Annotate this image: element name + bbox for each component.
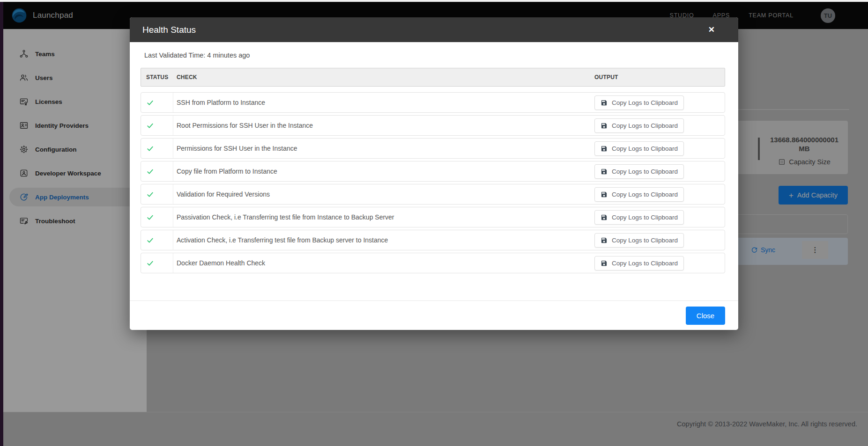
close-icon[interactable]: ✕ — [708, 26, 715, 34]
column-header-output: OUTPUT — [594, 74, 725, 80]
table-header: STATUS CHECK OUTPUT — [141, 68, 725, 87]
check-name: Docker Daemon Health Check — [173, 259, 594, 267]
check-pass-icon — [146, 190, 154, 198]
modal-footer: Close — [130, 300, 738, 330]
health-check-row: Validation for Required Versions Copy Lo… — [141, 184, 725, 205]
column-header-check: CHECK — [173, 74, 594, 80]
health-check-row: Docker Daemon Health Check Copy Logs to … — [141, 253, 725, 273]
check-pass-icon — [146, 145, 154, 153]
modal-body: Last Validated Time: 4 minutes ago STATU… — [130, 42, 738, 300]
health-check-row: Copy file from Platform to Instance Copy… — [141, 161, 725, 182]
save-icon — [601, 260, 608, 267]
check-name: Validation for Required Versions — [173, 190, 594, 198]
output-cell: Copy Logs to Clipboard — [594, 187, 725, 202]
screen: Launchpad STUDIO APPS TEAM PORTAL TU Tea… — [0, 0, 868, 446]
check-name: Permissions for SSH User in the Instance — [173, 145, 594, 152]
output-cell: Copy Logs to Clipboard — [594, 210, 725, 225]
check-pass-icon — [146, 213, 154, 221]
check-name: Passivation Check, i.e Transferring test… — [173, 213, 594, 221]
save-icon — [601, 145, 608, 152]
output-cell: Copy Logs to Clipboard — [594, 95, 725, 110]
output-cell: Copy Logs to Clipboard — [594, 164, 725, 179]
status-cell — [141, 230, 173, 250]
status-cell — [141, 253, 173, 273]
left-edge-strip — [0, 2, 3, 446]
status-cell — [141, 116, 173, 135]
copy-logs-button[interactable]: Copy Logs to Clipboard — [594, 210, 684, 225]
health-check-rows: SSH from Platform to Instance Copy Logs … — [141, 92, 725, 273]
output-cell: Copy Logs to Clipboard — [594, 141, 725, 156]
copy-logs-button[interactable]: Copy Logs to Clipboard — [594, 118, 684, 133]
check-pass-icon — [146, 168, 154, 175]
save-icon — [601, 99, 608, 106]
check-name: Root Permissions for SSH User in the Ins… — [173, 122, 594, 129]
health-check-row: SSH from Platform to Instance Copy Logs … — [141, 92, 725, 113]
save-icon — [601, 214, 608, 221]
copy-logs-button[interactable]: Copy Logs to Clipboard — [594, 141, 684, 156]
health-check-row: Root Permissions for SSH User in the Ins… — [141, 115, 725, 136]
copy-logs-button[interactable]: Copy Logs to Clipboard — [594, 256, 684, 271]
output-cell: Copy Logs to Clipboard — [594, 118, 725, 133]
close-button[interactable]: Close — [686, 307, 725, 325]
save-icon — [601, 237, 608, 244]
top-edge-strip — [0, 0, 868, 2]
output-cell: Copy Logs to Clipboard — [594, 233, 725, 248]
modal-header: Health Status ✕ — [130, 17, 738, 42]
health-check-row: Passivation Check, i.e Transferring test… — [141, 207, 725, 227]
health-check-row: Activation Check, i.e Transferring test … — [141, 230, 725, 250]
copy-logs-button[interactable]: Copy Logs to Clipboard — [594, 95, 684, 110]
column-header-status: STATUS — [141, 74, 173, 80]
check-pass-icon — [146, 99, 154, 107]
check-name: Activation Check, i.e Transferring test … — [173, 236, 594, 244]
save-icon — [601, 122, 608, 129]
output-cell: Copy Logs to Clipboard — [594, 256, 725, 271]
check-pass-icon — [146, 259, 154, 267]
copy-logs-button[interactable]: Copy Logs to Clipboard — [594, 233, 684, 248]
check-pass-icon — [146, 122, 154, 130]
copy-logs-button[interactable]: Copy Logs to Clipboard — [594, 164, 684, 179]
check-pass-icon — [146, 236, 154, 244]
status-cell — [141, 161, 173, 181]
save-icon — [601, 191, 608, 198]
last-validated-text: Last Validated Time: 4 minutes ago — [144, 51, 725, 59]
save-icon — [601, 168, 608, 175]
modal-title: Health Status — [142, 25, 196, 35]
status-cell — [141, 184, 173, 204]
health-check-row: Permissions for SSH User in the Instance… — [141, 138, 725, 159]
health-status-modal: Health Status ✕ Last Validated Time: 4 m… — [130, 17, 738, 330]
copy-logs-button[interactable]: Copy Logs to Clipboard — [594, 187, 684, 202]
status-cell — [141, 139, 173, 158]
status-cell — [141, 207, 173, 227]
check-name: SSH from Platform to Instance — [173, 99, 594, 106]
check-name: Copy file from Platform to Instance — [173, 168, 594, 175]
status-cell — [141, 93, 173, 112]
